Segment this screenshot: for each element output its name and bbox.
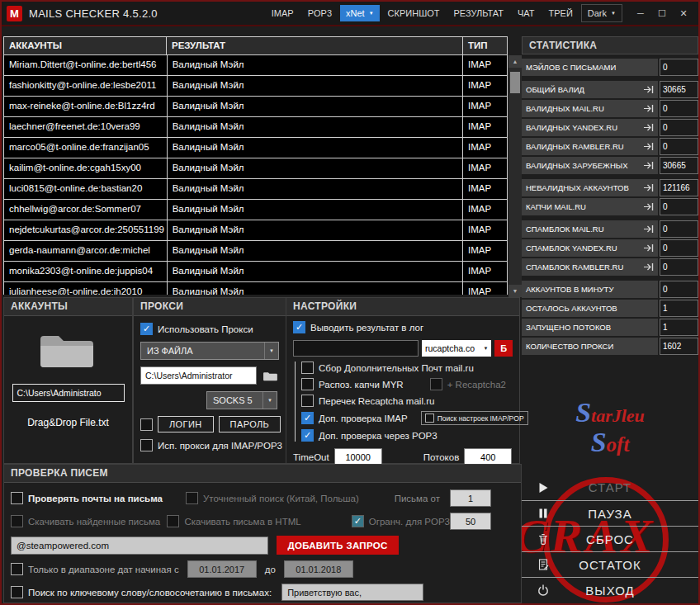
threads-input[interactable] xyxy=(464,448,512,466)
menu-item[interactable]: POP3 xyxy=(302,5,338,21)
export-arrow-icon[interactable] xyxy=(643,225,654,234)
imap-check-checkbox[interactable]: ✓ Доп. проверка IMAP xyxy=(301,412,408,424)
stat-label: КОЛИЧЕСТВО ПРОКСИ xyxy=(526,342,613,351)
table-row[interactable]: max-reineke@t-online.de:Bl1zz4rd Валидны… xyxy=(4,97,508,117)
menu-item-label: СКРИНШОТ xyxy=(388,8,440,18)
export-arrow-icon[interactable] xyxy=(643,202,654,211)
scroll-down-icon[interactable]: ▼ xyxy=(508,285,522,297)
refined-search-checkbox[interactable]: Уточненный поиск (Китай, Польша) xyxy=(186,492,392,504)
checkbox-box xyxy=(301,362,314,374)
table-scrollbar[interactable]: ▲ ▼ xyxy=(508,55,522,297)
menu-item[interactable]: Dark ▼ xyxy=(581,4,622,22)
table-row[interactable]: marco05@t-online.de:franzijan05 Валидный… xyxy=(4,138,508,158)
recaptcha2-checkbox[interactable]: + Recaptcha2 xyxy=(430,378,506,390)
scroll-up-icon[interactable]: ▲ xyxy=(508,55,522,68)
proxy-type-dropdown[interactable]: SOCKS 5 ▼ xyxy=(206,391,277,409)
collect-extra-mail-checkbox[interactable]: Сбор Дополнительных Почт mail.ru xyxy=(301,362,474,374)
keyword-input[interactable] xyxy=(281,584,423,601)
table-row[interactable]: julianheese@t-online.de:jh2010 Валидный … xyxy=(4,282,508,295)
folder-icon[interactable] xyxy=(35,326,102,372)
use-proxy-checkbox[interactable]: ✓ Использовать Прокси xyxy=(140,323,279,335)
pop3-check-checkbox[interactable]: ✓ Доп. проверка через POP3 xyxy=(301,429,438,442)
table-row[interactable]: kailim@t-online.de:cgah15xy00 Валидный М… xyxy=(4,158,508,179)
proxy-imap-pop3-checkbox[interactable]: Исп. прокси для IMAP/POP3 xyxy=(140,439,279,451)
letters-from-input[interactable] xyxy=(450,489,491,507)
imap-settings-search-checkbox[interactable]: Поиск настроек IMAP/POP xyxy=(421,411,528,425)
timeout-input[interactable] xyxy=(334,448,382,466)
pause-button[interactable]: ПАУЗА xyxy=(522,500,698,526)
export-arrow-icon[interactable] xyxy=(643,161,654,170)
menu-item-label: IMAP xyxy=(272,8,294,18)
check-icon: ✓ xyxy=(304,414,311,423)
export-arrow-icon[interactable] xyxy=(643,262,654,272)
column-header-type[interactable]: ТИП xyxy=(463,36,508,55)
pause-label: ПАУЗА xyxy=(553,507,667,521)
accounts-dropzone[interactable]: C:\Users\Administrato Drag&Drop File.txt xyxy=(4,316,132,428)
proxy-type-value: SOCKS 5 xyxy=(213,395,253,405)
menu-item[interactable]: СКРИНШОТ xyxy=(382,5,446,21)
type-cell: IMAP xyxy=(463,220,508,241)
column-header-result[interactable]: РЕЗУЛЬТАТ xyxy=(167,36,463,55)
search-query-input[interactable] xyxy=(11,536,268,555)
browse-folder-icon[interactable] xyxy=(262,367,279,384)
close-button[interactable]: ✕ xyxy=(674,4,693,22)
scrollbar-thumb[interactable] xyxy=(510,72,520,93)
table-row[interactable]: fashionkitty@t-online.de:lesbe2011 Валид… xyxy=(4,76,508,97)
exit-button[interactable]: ВЫХОД xyxy=(522,577,698,603)
date-range-checkbox[interactable]: Только в диапазоне дат начиная с xyxy=(11,563,179,575)
date-from-input[interactable] xyxy=(187,560,257,578)
accounts-path-button[interactable]: C:\Users\Administrato xyxy=(12,384,125,402)
type-cell: IMAP xyxy=(463,55,508,76)
menu-item[interactable]: xNet ▼ xyxy=(340,5,380,21)
download-html-checkbox[interactable]: Скачивать письма в HTML xyxy=(167,515,351,527)
dragdrop-hint: Drag&Drop File.txt xyxy=(27,417,109,428)
option-row: Перечек Recaptcha mail.ru xyxy=(301,395,513,407)
export-arrow-icon[interactable] xyxy=(643,85,654,94)
check-mail-checkbox[interactable]: Проверять почты на письма xyxy=(11,492,186,504)
table-row[interactable]: luci0815@t-online.de:bastian20 Валидный … xyxy=(4,179,508,200)
date-to-input[interactable] xyxy=(284,560,353,578)
check-mail-label: Проверять почты на письма xyxy=(28,494,163,503)
menu-item[interactable]: IMAP xyxy=(266,5,300,21)
remainder-button[interactable]: ОСТАТОК xyxy=(522,551,698,577)
maximize-button[interactable]: ☐ xyxy=(652,4,672,22)
export-arrow-icon[interactable] xyxy=(643,123,654,132)
table-row[interactable]: nejdetcukurtas@arcor.de:250551199 Валидн… xyxy=(4,220,508,241)
keyword-search-checkbox[interactable]: Поиск по ключевому слову/словосочетанию … xyxy=(11,586,272,598)
table-row[interactable]: monika2303@t-online.de:juppis04 Валидный… xyxy=(4,262,508,282)
export-arrow-icon[interactable] xyxy=(643,142,654,151)
result-cell: Валидный Мэйл xyxy=(168,138,463,158)
accounts-section-header: АККАУНТЫ xyxy=(4,298,132,316)
menu-item[interactable]: РЕЗУЛЬТАТ xyxy=(448,5,509,21)
captcha-key-input[interactable] xyxy=(293,340,419,357)
add-query-button[interactable]: ДОБАВИТЬ ЗАПРОС xyxy=(277,536,399,555)
menu-item[interactable]: ТРЕЙ xyxy=(543,5,579,21)
captcha-myr-checkbox[interactable]: Распоз. капчи MYR xyxy=(301,378,404,390)
pop3-limit-input[interactable] xyxy=(450,513,491,530)
table-row[interactable]: Miriam.Dittert@t-online.de:bertl456 Вали… xyxy=(4,55,508,76)
proxy-file-input[interactable] xyxy=(140,366,257,385)
table-row[interactable]: chhellwig@arcor.de:Sommer07 Валидный Мэй… xyxy=(4,200,508,220)
captcha-service-dropdown[interactable]: rucaptcha.co ▼ xyxy=(422,340,491,357)
stat-label-cell: ВАЛИДНЫХ ЗАРУБЕЖНЫХ xyxy=(522,157,658,174)
password-button[interactable]: ПАРОЛЬ xyxy=(219,416,281,432)
pop3-limit-checkbox[interactable]: ✓ Огранч. для POP3 xyxy=(352,515,450,527)
column-header-accounts[interactable]: АККАУНТЫ xyxy=(3,36,167,55)
table-row[interactable]: gerda-naumann@arcor.de:michel Валидный М… xyxy=(4,241,508,262)
proxy-auth-checkbox[interactable] xyxy=(140,418,153,431)
menu-item[interactable]: ЧАТ xyxy=(512,5,541,21)
stat-value-cell: 1 xyxy=(660,319,698,336)
export-arrow-icon[interactable] xyxy=(643,183,654,192)
log-output-checkbox[interactable]: ✓ Выводить результат в лог xyxy=(293,321,513,333)
export-arrow-icon[interactable] xyxy=(643,243,654,253)
export-arrow-icon[interactable] xyxy=(643,104,654,113)
start-button[interactable]: СТАРТ xyxy=(522,475,698,500)
recheck-recaptcha-checkbox[interactable]: Перечек Recaptcha mail.ru xyxy=(301,395,434,407)
balance-button[interactable]: Б xyxy=(494,340,513,357)
login-button[interactable]: ЛОГИН xyxy=(158,416,214,432)
table-row[interactable]: laechner@freenet.de:10vera99 Валидный Мэ… xyxy=(4,117,508,138)
minimize-button[interactable]: ─ xyxy=(631,4,650,22)
download-letters-checkbox[interactable]: Скачивать найденные письма xyxy=(11,515,167,527)
reset-button[interactable]: СБРОС xyxy=(522,526,698,551)
proxy-source-dropdown[interactable]: ИЗ ФАЙЛА ▼ xyxy=(140,342,279,360)
